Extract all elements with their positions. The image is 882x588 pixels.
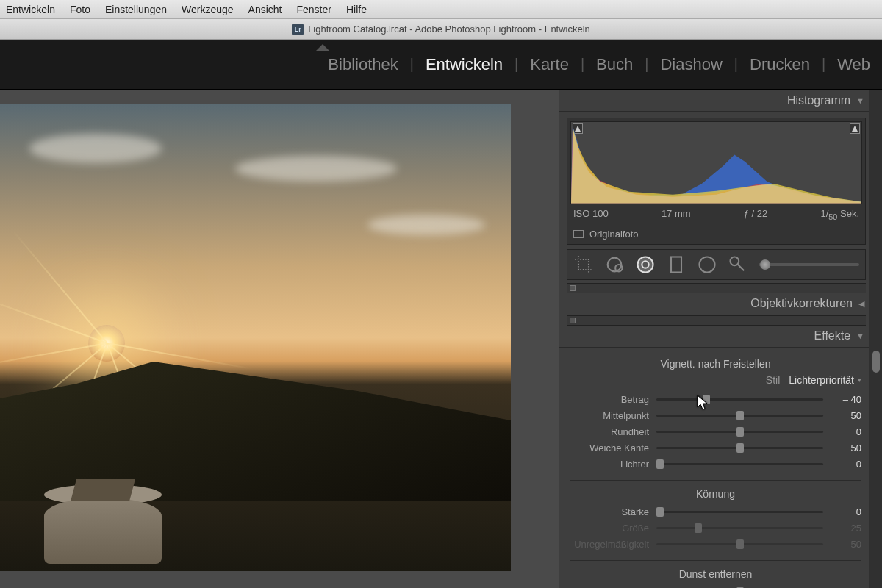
menu-werkzeuge[interactable]: Werkzeuge [182,4,234,15]
vignette-betrag-slider[interactable] [656,398,823,401]
menu-fenster[interactable]: Fenster [296,4,331,15]
checkbox-icon[interactable] [573,230,584,238]
dehaze-heading: Dunst entfernen [570,568,861,580]
vignette-lichter-slider[interactable] [656,463,823,465]
app-menubar[interactable]: EntwickelnFotoEinstellungenWerkzeugeAnsi… [0,0,882,19]
slider-label: Lichter [570,459,649,470]
grain-heading: Körnung [570,488,861,500]
separator: | [514,56,518,73]
slider-thumb[interactable] [736,443,744,453]
panel-switch-icon[interactable] [570,285,576,291]
svg-point-7 [700,257,715,272]
slider-label: Mittelpunkt [570,410,649,421]
menu-foto[interactable]: Foto [70,4,90,15]
vignette-lichter-row: Lichter0 [570,456,861,473]
vignette-rundheit-row: Rundheit0 [570,424,861,440]
module-tab-buch[interactable]: Buch [592,55,637,74]
module-tab-karte[interactable]: Karte [526,55,573,74]
separator: | [410,56,414,73]
module-tab-drucken[interactable]: Drucken [745,55,814,74]
panel-scrollbar-thumb[interactable] [872,351,880,373]
spot-removal-tool[interactable] [604,254,625,275]
slider-thumb[interactable] [736,427,744,437]
slider-thumb[interactable] [656,459,664,469]
slider-thumb[interactable] [703,395,710,404]
slider-value: 50 [831,539,861,550]
slider-value[interactable]: 0 [831,459,861,470]
exif-focal: 17 mm [662,208,691,221]
slider-value[interactable]: – 40 [831,394,861,405]
style-label: Stil [766,374,780,386]
grain-unregelmäßigkeit-row: Unregelmäßigkeit50 [570,537,861,553]
module-picker-bar: Bibliothek|Entwickeln|Karte|Buch|Diashow… [0,40,882,90]
grain-unregelmäßigkeit-slider [656,543,823,545]
develop-right-panel: Histogramm ISO 100 17 mm [559,90,882,588]
redeye-tool[interactable] [635,254,656,275]
vignette-weiche-kante-slider[interactable] [656,447,823,449]
radial-filter-tool[interactable] [697,254,717,275]
identity-plate-arrow-icon[interactable] [316,44,329,51]
vignette-mittelpunkt-slider[interactable] [656,415,823,417]
grain-stärke-slider[interactable] [656,511,823,513]
menu-einstellungen[interactable]: Einstellungen [105,4,167,15]
crop-tool[interactable] [573,254,594,275]
slider-thumb[interactable] [736,411,744,420]
separator: | [581,56,584,73]
svg-rect-6 [671,257,681,272]
slider-label: Stärke [570,506,649,517]
lens-corrections-panel-header[interactable]: Objektivkorrekturen [559,293,882,315]
module-tab-bibliothek[interactable]: Bibliothek [323,55,402,74]
window-titlebar: Lr Lightroom Catalog.lrcat - Adobe Photo… [0,19,882,40]
menu-entwickeln[interactable]: Entwickeln [6,4,55,15]
histogram-title: Histogramm [787,94,850,107]
module-tab-diashow[interactable]: Diashow [656,55,726,74]
original-photo-row[interactable]: Originalfoto [570,226,862,241]
menu-hilfe[interactable]: Hilfe [346,4,367,15]
module-tab-entwickeln[interactable]: Entwickeln [421,55,507,74]
effects-panel-body: Vignett. nach Freistellen Stil Lichterpr… [559,348,882,588]
grain-stärke-row: Stärke0 [570,504,861,520]
separator: | [645,56,648,73]
vignette-betrag-row: Betrag– 40 [570,392,861,408]
separator: | [734,56,738,73]
histogram-box: ISO 100 17 mm ƒ / 22 1/50 Sek. Originalf… [567,118,866,245]
triangle-left-icon [858,299,864,309]
photo-preview[interactable] [0,104,511,571]
module-tab-web[interactable]: Web [833,55,875,74]
vignette-style-row: Stil Lichterpriorität ▾ [570,374,861,386]
histogram-graph[interactable] [570,121,862,204]
slider-label: Betrag [570,394,649,405]
slider-thumb [695,523,702,533]
vignette-heading: Vignett. nach Freistellen [570,358,861,370]
effects-panel-header[interactable]: Effekte [559,326,882,348]
graduated-filter-tool[interactable] [666,254,686,275]
vignette-style-select[interactable]: Lichterpriorität ▾ [789,374,861,386]
histogram-panel-header[interactable]: Histogramm [559,90,882,112]
slider-value[interactable]: 50 [831,410,861,421]
adjustment-brush-tool[interactable] [728,254,748,275]
menu-ansicht[interactable]: Ansicht [248,4,282,15]
slider-thumb[interactable] [656,507,664,517]
slider-value[interactable]: 50 [831,442,861,453]
dehaze-stärke-row: Stärke0 [570,584,861,588]
vignette-mittelpunkt-row: Mittelpunkt50 [570,408,861,424]
slider-label: Rundheit [570,426,649,437]
exif-aperture: ƒ / 22 [744,208,768,221]
module-tabs: Bibliothek|Entwickeln|Karte|Buch|Diashow… [323,55,875,74]
slider-label: Weiche Kante [570,442,649,453]
vignette-weiche-kante-row: Weiche Kante50 [570,440,861,456]
slider-value[interactable]: 0 [831,506,861,517]
local-adjust-toolstrip [567,249,866,280]
panel-spacer [567,283,866,293]
lens-corrections-title: Objektivkorrekturen [750,297,853,310]
panel-spacer [567,315,866,326]
slider-thumb [736,539,744,549]
vignette-rundheit-slider[interactable] [656,431,823,433]
slider-value[interactable]: 0 [831,426,861,437]
tool-size-slider[interactable] [759,263,859,266]
slider-label: Unregelmäßigkeit [570,539,649,550]
panel-switch-icon[interactable] [570,318,576,323]
exif-readout: ISO 100 17 mm ƒ / 22 1/50 Sek. [570,204,862,226]
slider-value: 25 [831,523,861,534]
panel-scrollbar-track[interactable] [869,90,882,588]
